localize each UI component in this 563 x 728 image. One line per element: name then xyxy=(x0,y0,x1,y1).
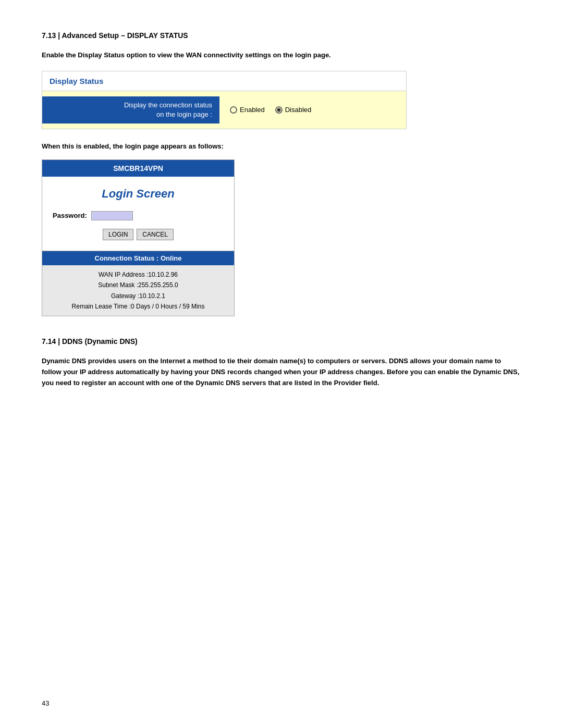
section-714-title: 7.14 | DDNS (Dynamic DNS) xyxy=(42,337,521,346)
section-713-title: 7.13 | Advanced Setup – DISPLAY STATUS xyxy=(42,31,521,40)
section-714: 7.14 | DDNS (Dynamic DNS) Dynamic DNS pr… xyxy=(42,337,521,388)
when-enabled-text: When this is enabled, the login page app… xyxy=(42,142,521,150)
enabled-option[interactable]: Enabled xyxy=(230,106,265,114)
display-status-widget: Display Status Display the connection st… xyxy=(42,71,407,129)
button-row: LOGIN CANCEL xyxy=(53,229,224,240)
section-713-intro: Enable the Display Status option to view… xyxy=(42,50,521,60)
section-713: 7.13 | Advanced Setup – DISPLAY STATUS E… xyxy=(42,31,521,316)
login-preview-body: Login Screen Password: LOGIN CANCEL xyxy=(42,177,234,251)
connection-status-box: Connection Status : Online WAN IP Addres… xyxy=(42,251,234,316)
password-input[interactable] xyxy=(91,211,133,220)
enabled-radio[interactable] xyxy=(230,106,237,114)
login-preview-header: SMCBR14VPN xyxy=(42,160,234,177)
display-status-label: Display the connection status on the log… xyxy=(42,96,219,124)
wan-ip: WAN IP Address :10.10.2.96 xyxy=(50,269,227,280)
connection-status-header: Connection Status : Online xyxy=(42,251,234,265)
gateway: Gateway :10.10.2.1 xyxy=(50,291,227,301)
login-preview: SMCBR14VPN Login Screen Password: LOGIN … xyxy=(42,159,235,317)
remain-lease: Remain Lease Time :0 Days / 0 Hours / 59… xyxy=(50,301,227,312)
password-row: Password: xyxy=(53,211,224,220)
section-714-body: Dynamic DNS provides users on the Intern… xyxy=(42,356,521,388)
display-status-header: Display Status xyxy=(42,71,406,91)
login-button[interactable]: LOGIN xyxy=(103,229,133,240)
page-number: 43 xyxy=(42,699,49,707)
login-screen-title: Login Screen xyxy=(53,187,224,201)
connection-status-body: WAN IP Address :10.10.2.96 Subnet Mask :… xyxy=(42,265,234,316)
cancel-button[interactable]: CANCEL xyxy=(137,229,174,240)
disabled-radio[interactable] xyxy=(275,106,283,114)
subnet-mask: Subnet Mask :255.255.255.0 xyxy=(50,280,227,290)
disabled-option[interactable]: Disabled xyxy=(275,106,312,114)
password-label: Password: xyxy=(53,212,87,219)
display-status-options: Enabled Disabled xyxy=(219,106,311,114)
display-status-title: Display Status xyxy=(50,77,103,85)
display-status-row: Display the connection status on the log… xyxy=(42,91,406,129)
